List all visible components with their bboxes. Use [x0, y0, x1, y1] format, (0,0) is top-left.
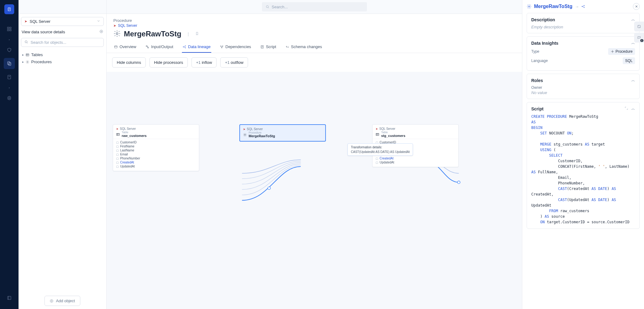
column-updatedat[interactable]: ▢UpdatedAt: [116, 164, 196, 168]
svg-rect-30: [376, 133, 379, 135]
type-pill: Procedure: [608, 48, 635, 55]
svg-rect-10: [8, 296, 11, 300]
roles-card: Roles ︿ Owner No value: [527, 74, 640, 99]
table-icon: [376, 133, 379, 136]
svg-point-24: [221, 47, 222, 48]
tab-schema[interactable]: Schema changes: [285, 41, 322, 53]
svg-point-23: [222, 46, 223, 46]
tree-tables[interactable]: ▸ Tables: [21, 51, 104, 58]
hide-columns-button[interactable]: Hide columns: [112, 57, 146, 68]
breadcrumb-type: Procedure: [113, 18, 515, 23]
script-code: CREATE PROCEDURE MergeRawToStg AS BEGIN …: [531, 114, 635, 225]
inflow-button[interactable]: +1 inflow: [192, 57, 217, 68]
chevron-up-icon[interactable]: ︿: [631, 78, 635, 83]
script-icon: [260, 45, 264, 49]
language-label: Language: [531, 59, 548, 63]
sqlserver-icon: ➤: [113, 24, 116, 28]
nav-settings-icon[interactable]: [4, 93, 15, 104]
svg-point-31: [528, 6, 530, 7]
nav-separator-2: •: [4, 85, 15, 90]
nav-dashboard-icon[interactable]: [4, 23, 15, 35]
lineage-node-procedure[interactable]: ➤SQL Server Procedure MergeRawToStg: [239, 124, 326, 142]
transformation-tooltip: Transformation details: CAST(UpdatedAt A…: [347, 143, 413, 156]
bookmark-button[interactable]: [195, 32, 199, 36]
breadcrumb-source-link[interactable]: ➤ SQL Server: [113, 23, 515, 28]
owner-value: No value: [531, 90, 635, 95]
datasource-select[interactable]: ➤ SQL Server: [21, 17, 104, 26]
language-pill: SQL: [623, 57, 635, 64]
tab-io[interactable]: Input/Output: [145, 41, 174, 53]
nav-collapse-icon[interactable]: [4, 292, 15, 303]
caret-right-icon: ▸: [22, 60, 24, 64]
tab-lineage-label: Data lineage: [188, 44, 211, 49]
floating-expand-button[interactable]: [634, 22, 644, 31]
roles-heading: Roles: [531, 78, 543, 83]
gear-icon: [243, 133, 247, 137]
hide-processors-button[interactable]: Hide processors: [149, 57, 188, 68]
tab-schema-label: Schema changes: [291, 44, 322, 49]
chevron-down-icon: [97, 19, 100, 24]
schema-icon: [285, 45, 289, 49]
chevron-up-icon[interactable]: ︿: [631, 106, 635, 111]
svg-marker-8: [8, 96, 11, 100]
column-createdat[interactable]: ▢CreatedAt: [116, 160, 196, 164]
floating-comments-button[interactable]: 0: [634, 33, 644, 43]
tab-script[interactable]: Script: [260, 41, 277, 53]
svg-rect-28: [117, 133, 120, 135]
column-customerid[interactable]: ▢CustomerID: [116, 140, 196, 144]
nav-security-icon[interactable]: [4, 44, 15, 56]
svg-point-22: [221, 46, 221, 46]
column-lastname[interactable]: ▢LastName: [116, 148, 196, 152]
svg-rect-13: [26, 54, 29, 56]
caret-right-icon: ▸: [22, 53, 24, 56]
svg-point-19: [183, 47, 183, 47]
app-logo[interactable]: [4, 4, 14, 14]
description-card: Description ︿ Empty description: [527, 13, 640, 33]
tab-deps[interactable]: Dependencies: [219, 41, 252, 53]
lineage-node-raw-customers[interactable]: ➤SQL Server Table raw_customers ▢Custome…: [113, 124, 199, 171]
view-datasource-link[interactable]: View data source details: [22, 30, 65, 34]
column-phonenumber[interactable]: ▢PhoneNumber: [116, 156, 196, 160]
svg-rect-3: [7, 29, 9, 31]
more-menu-button[interactable]: ⋮: [186, 32, 190, 36]
column-email[interactable]: ▢Email: [116, 152, 196, 156]
data-insights-card: Data Insights ︿ Type Procedure Language …: [527, 36, 640, 71]
object-search-input[interactable]: Search for objects...: [21, 38, 104, 47]
tab-overview[interactable]: Overview: [113, 41, 137, 53]
add-icon[interactable]: [99, 30, 103, 34]
lineage-icon[interactable]: [581, 5, 585, 8]
gear-icon: [527, 4, 532, 9]
svg-point-9: [9, 97, 10, 99]
column-updatedat[interactable]: ▢UpdatedAt: [376, 160, 455, 164]
script-card: Script ︿ CREATE PROCEDURE MergeRawToStg …: [527, 102, 640, 229]
nav-catalog-icon[interactable]: [4, 58, 15, 69]
script-heading: Script: [531, 106, 544, 111]
svg-point-32: [582, 6, 583, 7]
add-object-button[interactable]: Add object: [44, 296, 80, 306]
lineage-icon: [183, 45, 186, 49]
gear-icon: [113, 30, 121, 38]
svg-point-35: [612, 51, 613, 52]
column-createdat[interactable]: ▢CreatedAt: [376, 156, 455, 160]
outflow-button[interactable]: +1 outflow: [220, 57, 248, 68]
tab-script-label: Script: [266, 44, 276, 49]
tree-procedures[interactable]: ▸ Procedures: [21, 58, 104, 65]
object-search-placeholder: Search for objects...: [31, 40, 66, 45]
svg-rect-18: [115, 46, 117, 48]
nav-tasks-icon[interactable]: [4, 72, 15, 83]
right-panel-title[interactable]: MergeRawToStg: [534, 4, 572, 9]
io-icon: [145, 45, 149, 49]
column-firstname[interactable]: ▢FirstName: [116, 144, 196, 148]
svg-point-27: [457, 181, 460, 184]
expand-icon[interactable]: [625, 106, 628, 111]
arrow-right-icon: →: [575, 4, 579, 9]
global-search-input[interactable]: Search...: [262, 2, 367, 11]
tree-tables-label: Tables: [31, 52, 43, 57]
svg-rect-2: [10, 27, 11, 29]
description-heading: Description: [531, 17, 555, 22]
svg-point-12: [25, 41, 27, 43]
svg-rect-7: [8, 75, 11, 79]
tab-lineage[interactable]: Data lineage: [182, 41, 211, 53]
close-button[interactable]: ✕: [633, 3, 640, 10]
datasource-name: SQL Server: [30, 19, 50, 24]
